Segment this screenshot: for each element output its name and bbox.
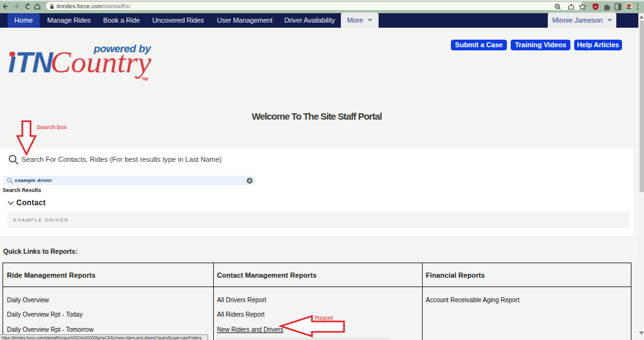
svg-text:U: U (594, 5, 597, 9)
